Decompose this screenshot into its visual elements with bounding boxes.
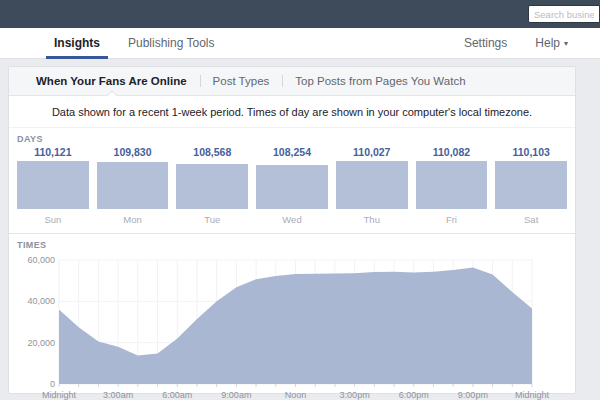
day-barbox [17,161,89,209]
day-bar[interactable] [495,161,567,209]
day-barbox [336,161,408,209]
axis-tick-label: 3:00pm [340,390,370,400]
nav-item-settings[interactable]: Settings [450,28,521,58]
day-barbox [416,161,488,209]
axis-tick-label: 6:00pm [399,390,429,400]
nav-left: InsightsPublishing Tools [40,28,229,58]
insights-panel: When Your Fans Are OnlinePost TypesTop P… [8,66,576,394]
day-bar[interactable] [97,162,169,209]
fans-online-area-series[interactable] [59,267,532,384]
nav-item-help[interactable]: Help▾ [521,28,582,58]
day-label: Wed [256,209,328,233]
days-bar-chart: 110,121Sun109,830Mon108,568Tue108,254Wed… [9,146,575,233]
axis-tick-label: 60,000 [27,255,55,265]
day-value: 110,121 [17,146,89,161]
day-barbox [97,161,169,209]
axis-tick-label: Midnight [42,390,77,400]
day-value: 110,103 [495,146,567,161]
times-section-label: TIMES [9,234,575,252]
times-chart-svg[interactable]: 020,00040,00060,000Midnight3:00am6:00am9… [9,252,577,400]
day-column-mon: 109,830Mon [97,146,169,233]
day-label: Mon [97,209,169,233]
day-column-wed: 108,254Wed [256,146,328,233]
search-input[interactable] [528,5,600,23]
day-label: Sun [17,209,89,233]
day-value: 110,082 [416,146,488,161]
day-bar[interactable] [416,161,488,209]
day-value: 110,027 [336,146,408,161]
day-label: Tue [176,209,248,233]
day-value: 108,568 [176,146,248,161]
day-value: 109,830 [97,146,169,161]
axis-tick-label: 9:00pm [458,390,488,400]
day-bar[interactable] [256,165,328,209]
nav-right: SettingsHelp▾ [450,28,582,58]
axis-tick-label: 6:00am [162,390,192,400]
tab-top-posts-from-pages-you-watch[interactable]: Top Posts from Pages You Watch [282,67,478,95]
day-bar[interactable] [336,161,408,209]
day-column-tue: 108,568Tue [176,146,248,233]
notice-text: Data shown for a recent 1-week period. T… [9,96,575,128]
day-label: Sat [495,209,567,233]
axis-tick-label: 3:00am [103,390,133,400]
day-column-fri: 110,082Fri [416,146,488,233]
days-section-label: DAYS [9,128,575,146]
nav-item-publishing-tools[interactable]: Publishing Tools [114,28,229,58]
tab-post-types[interactable]: Post Types [200,67,283,95]
day-column-sat: 110,103Sat [495,146,567,233]
day-column-thu: 110,027Thu [336,146,408,233]
day-barbox [495,161,567,209]
day-barbox [256,161,328,209]
caret-down-icon: ▾ [564,39,568,48]
tab-strip: When Your Fans Are OnlinePost TypesTop P… [9,67,575,96]
day-value: 108,254 [256,146,328,161]
nav-item-insights[interactable]: Insights [40,28,114,58]
axis-tick-label: 20,000 [27,338,55,348]
axis-tick-label: Midnight [515,390,550,400]
top-bar [0,0,600,28]
day-bar[interactable] [17,161,89,209]
axis-tick-label: 0 [50,379,55,389]
day-column-sun: 110,121Sun [17,146,89,233]
axis-tick-label: 9:00am [221,390,251,400]
day-barbox [176,161,248,209]
times-area-chart: 020,00040,00060,000Midnight3:00am6:00am9… [9,252,577,400]
day-label: Thu [336,209,408,233]
axis-tick-label: 40,000 [27,296,55,306]
day-bar[interactable] [176,164,248,209]
axis-tick-label: Noon [285,390,307,400]
day-label: Fri [416,209,488,233]
main-nav: InsightsPublishing Tools SettingsHelp▾ [0,28,600,59]
